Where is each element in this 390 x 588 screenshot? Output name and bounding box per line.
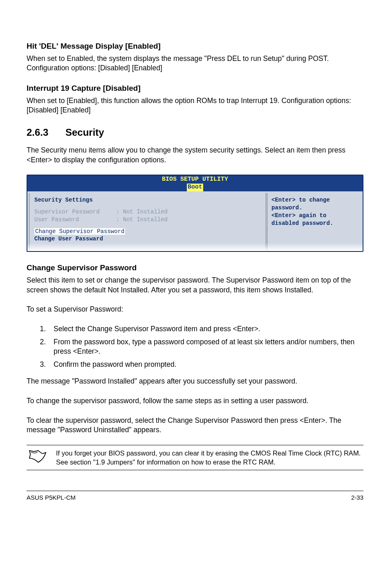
text-hit-del: When set to Enabled, the system displays…: [27, 54, 363, 73]
section-hit-del: Hit 'DEL' Message Display [Enabled] When…: [27, 41, 363, 73]
bios-row-user: User Password: Not Installed: [34, 216, 261, 224]
heading-hit-del: Hit 'DEL' Message Display [Enabled]: [27, 41, 363, 52]
note-box: If you forget your BIOS password, you ca…: [27, 445, 363, 471]
bios-body: Security Settings Supervisor Password: N…: [27, 191, 363, 251]
list-item: Select the Change Supervisor Password it…: [48, 324, 363, 334]
bios-help-line: disabled password.: [271, 220, 357, 227]
bios-security-settings-label: Security Settings: [34, 196, 261, 204]
note-icon: [28, 449, 47, 466]
bios-left-pane: Security Settings Supervisor Password: N…: [29, 193, 266, 251]
bios-row-supervisor-value: : Not Installed: [116, 209, 168, 215]
list-item: From the password box, type a password c…: [48, 337, 363, 357]
bios-row-change-user: Change User Passward: [34, 235, 261, 243]
csp-p5: To clear the supervisor password, select…: [27, 416, 363, 435]
bios-row-user-value: : Not Installed: [116, 216, 168, 223]
section-title: Security: [65, 127, 104, 138]
bios-screenshot: BIOS SETUP UTILITY Boot Security Setting…: [27, 175, 363, 252]
footer-right: 2-33: [351, 494, 363, 502]
list-item: Confirm the password when prompted.: [48, 360, 363, 370]
bios-selected-item: Change Supervisor Password: [34, 228, 125, 235]
csp-p2: To set a Supervisor Password:: [27, 305, 363, 314]
csp-steps-list: Select the Change Supervisor Password it…: [48, 324, 363, 370]
bios-row-supervisor: Supervisor Password: Not Installed: [34, 208, 261, 216]
csp-p4: To change the supervisor password, follo…: [27, 396, 363, 406]
heading-csp: Change Supervisor Password: [27, 263, 363, 273]
bios-row-change-supervisor: Change Supervisor Password: [34, 228, 261, 236]
heading-int19: Interrupt 19 Capture [Disabled]: [27, 83, 363, 94]
section-number-title: 2.6.3Security: [27, 126, 363, 139]
bios-help-line: password.: [271, 204, 357, 212]
text-int19: When set to [Enabled], this function all…: [27, 96, 363, 115]
bios-help-line: <Enter> to change: [271, 196, 357, 204]
bios-help-line: <Enter> again to: [271, 212, 357, 220]
bios-header-title: BIOS SETUP UTILITY: [27, 176, 363, 184]
section-int19: Interrupt 19 Capture [Disabled] When set…: [27, 83, 363, 115]
csp-p1: Select this item to set or change the su…: [27, 276, 363, 295]
bios-help-pane: <Enter> to change password. <Enter> agai…: [267, 193, 361, 251]
bios-row-supervisor-label: Supervisor Password: [34, 208, 116, 216]
csp-p3: The message "Password Installed" appears…: [27, 377, 363, 386]
note-text: If you forget your BIOS password, you ca…: [56, 449, 362, 467]
page-footer: ASUS P5KPL-CM 2-33: [27, 491, 363, 502]
bios-header: BIOS SETUP UTILITY Boot: [27, 175, 363, 191]
bios-header-tab: Boot: [187, 184, 203, 191]
section-intro: The Security menu items allow you to cha…: [27, 146, 363, 165]
section-number: 2.6.3: [27, 126, 65, 139]
footer-left: ASUS P5KPL-CM: [27, 494, 76, 502]
bios-row-user-label: User Password: [34, 216, 116, 224]
